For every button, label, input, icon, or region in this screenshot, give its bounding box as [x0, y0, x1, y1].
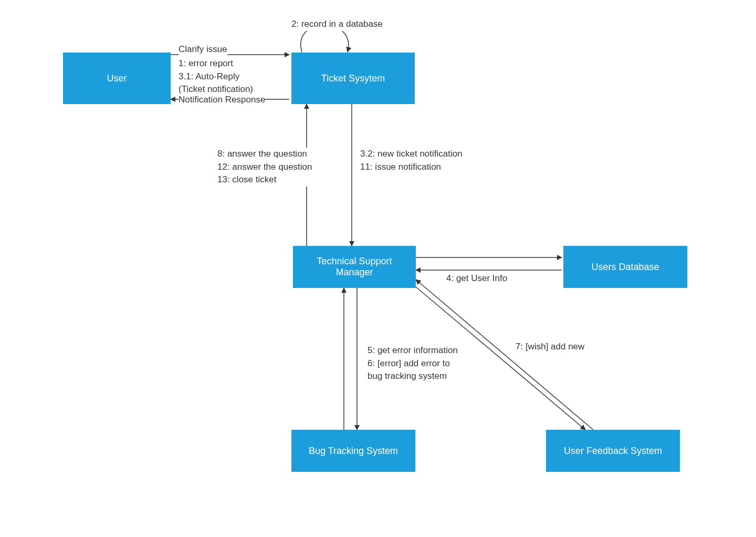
- node-ticket-system-label: Ticket Sysytem: [321, 73, 385, 84]
- node-user-feedback: User Feedback System: [546, 430, 680, 472]
- edge-label-bug-tracking: 5: get error information 6: [error] add …: [368, 344, 458, 383]
- edge-label-clarify-issue: Clarify issue: [178, 43, 227, 56]
- node-user: User: [63, 53, 171, 104]
- node-bug-tracking: Bug Tracking System: [291, 430, 415, 472]
- node-user-feedback-label: User Feedback System: [564, 446, 662, 457]
- node-ticket-system: Ticket Sysytem: [291, 53, 415, 104]
- node-tsm-label: Technical Support Manager: [317, 256, 392, 278]
- node-users-db: Users Database: [563, 246, 687, 288]
- edge-label-wish-add-new: 7: [wish] add new: [516, 340, 584, 354]
- node-bug-tracking-label: Bug Tracking System: [309, 446, 398, 457]
- edge-label-error-report: 1: error report 3.1: Auto-Reply (Ticket …: [178, 57, 253, 96]
- edge-label-record-in-db: 2: record in a database: [291, 18, 383, 31]
- edge-label-notification-response: Notification Response: [178, 94, 265, 107]
- node-users-db-label: Users Database: [591, 262, 659, 273]
- node-tsm: Technical Support Manager: [293, 246, 416, 288]
- edge-label-get-user-info: 4: get User Info: [446, 272, 507, 285]
- edge-label-to-ticket-system: 8: answer the question 12: answer the qu…: [217, 148, 312, 187]
- edge-label-to-tsm: 3.2: new ticket notification 11: issue n…: [360, 148, 463, 173]
- node-user-label: User: [107, 73, 127, 84]
